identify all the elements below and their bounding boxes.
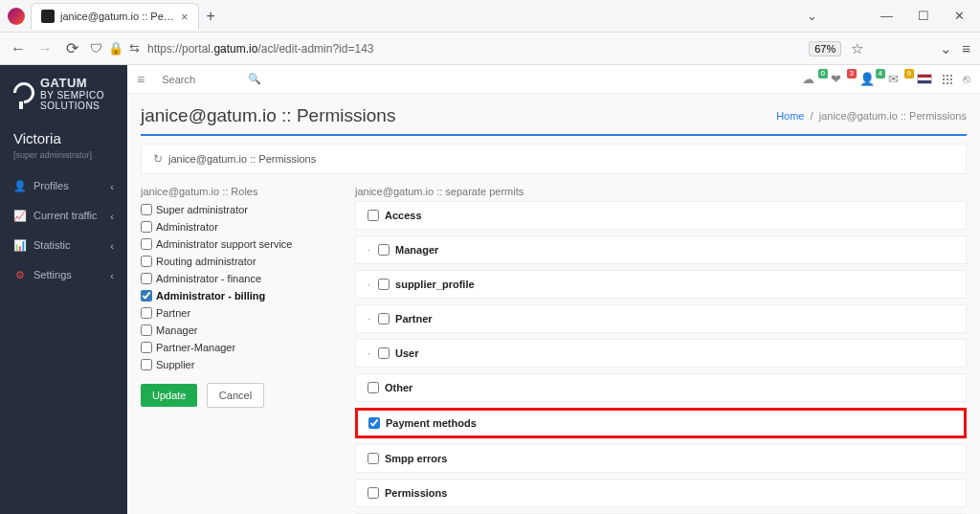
role-checkbox[interactable] [141,342,152,353]
role-checkbox[interactable] [141,256,152,267]
toolbar-badge[interactable]: ✉9 [888,72,907,87]
permit-row[interactable]: Permissions [355,479,967,507]
badge-count: 9 [904,69,914,78]
role-label: Manager [156,324,197,336]
permit-row[interactable]: Access [355,201,967,230]
sidebar-item-settings[interactable]: ⚙Settings‹ [0,260,127,290]
role-checkbox[interactable] [141,359,152,370]
role-label: Administrator [156,221,218,233]
lock-icon: 🔒 [108,41,123,56]
tab-title: janice@gatum.io :: Permissions [60,11,175,22]
zoom-level[interactable]: 67% [809,41,841,56]
permit-checkbox[interactable] [378,347,390,359]
back-button[interactable]: ← [10,40,27,57]
app-root: GATUM BY SEMPICO SOLUTIONS Victoria [sup… [0,65,980,514]
sidebar-item-profiles[interactable]: 👤Profiles‹ [0,171,127,201]
role-checkbox-row[interactable]: Administrator support service [141,235,342,253]
role-checkbox-row[interactable]: Administrator [141,218,342,235]
url-field[interactable]: 🛡 🔒 ⇆ https://portal.gatum.io/acl/edit-a… [90,41,799,56]
language-flag-icon[interactable] [917,74,932,84]
chevron-left-icon: ‹ [110,240,114,252]
chevron-left-icon: ‹ [110,270,114,281]
permit-row[interactable]: Smpp errors [355,444,967,473]
tab-close-icon[interactable]: × [181,10,189,24]
permit-checkbox[interactable] [368,417,380,429]
permissions-icon: ⇆ [129,41,140,56]
permit-checkbox[interactable] [368,487,379,499]
toolbar-badge[interactable]: ❤3 [831,72,850,87]
role-label: Partner-Manager [156,342,235,353]
permit-label: Smpp errors [385,453,447,464]
permit-row[interactable]: User [355,339,967,368]
role-label: Routing administrator [156,256,256,267]
role-checkbox-row[interactable]: Super administrator [141,201,342,218]
permit-label: Manager [395,244,438,256]
new-tab-button[interactable]: + [207,8,215,25]
sidebar-toggle-icon[interactable]: ≡ [137,72,145,87]
app-menu-icon[interactable]: ≡ [962,40,970,56]
permit-row[interactable]: supplier_profile [355,270,967,299]
tab-overflow-icon[interactable]: ⌄ [807,9,817,23]
reload-button[interactable]: ⟳ [63,40,80,57]
toolbar-badge[interactable]: 👤4 [859,72,879,87]
apps-grid-icon[interactable] [942,74,953,85]
role-checkbox-row[interactable]: Supplier [141,356,342,373]
pocket-icon[interactable]: ⌄ [940,40,952,57]
subheader: janice@gatum.io :: Permissions [141,144,967,174]
role-checkbox[interactable] [141,324,152,336]
cancel-button[interactable]: Cancel [207,383,264,408]
sidebar-item-label: Profiles [33,180,69,191]
tab-favicon [41,10,55,23]
role-checkbox-row[interactable]: Administrator - billing [141,287,342,304]
role-checkbox-row[interactable]: Partner-Manager [141,339,342,356]
role-checkbox-row[interactable]: Manager [141,322,342,339]
permit-checkbox[interactable] [368,382,379,393]
role-checkbox[interactable] [141,221,152,233]
logout-icon[interactable]: ⎋ [963,72,970,86]
window-minimize-icon[interactable]: — [880,9,893,23]
current-user-name: Victoria [0,121,127,150]
permit-checkbox[interactable] [368,210,379,221]
browser-tab[interactable]: janice@gatum.io :: Permissions × [31,3,199,30]
permit-label: Other [385,382,412,393]
window-close-icon[interactable]: ✕ [954,9,965,23]
permit-row[interactable]: Other [355,373,967,402]
shield-icon: 🛡 [90,41,102,56]
role-checkbox[interactable] [141,273,152,284]
url-text: https://portal.gatum.io/acl/edit-admin?i… [147,42,373,56]
permits-title: janice@gatum.io :: separate permits [355,182,967,201]
toolbar-badge[interactable]: ☁0 [802,72,821,87]
role-label: Administrator support service [156,238,292,250]
role-label: Administrator - billing [156,290,265,302]
role-checkbox[interactable] [141,290,152,302]
permit-row[interactable]: Payment methods [355,408,967,438]
sidebar-item-icon: 📊 [13,239,26,252]
permit-row[interactable]: Partner [355,304,967,333]
window-maximize-icon[interactable]: ☐ [918,9,929,23]
top-toolbar: ≡ 🔍 ☁0❤3👤4✉9 ⎋ [127,65,980,94]
role-checkbox-row[interactable]: Administrator - finance [141,270,342,287]
role-checkbox-row[interactable]: Routing administrator [141,253,342,270]
sidebar-item-label: Settings [33,269,72,280]
sidebar-item-label: Statistic [33,239,71,251]
role-checkbox-row[interactable]: Partner [141,304,342,322]
permit-checkbox[interactable] [378,313,390,324]
brand-text: GATUM BY SEMPICO SOLUTIONS [40,77,114,111]
update-button[interactable]: Update [141,384,197,407]
role-checkbox[interactable] [141,307,152,319]
bookmark-icon[interactable]: ☆ [851,40,863,57]
sidebar-item-statistic[interactable]: 📊Statistic‹ [0,231,127,260]
permit-checkbox[interactable] [368,453,379,464]
permit-checkbox[interactable] [378,244,390,256]
sidebar-item-current-traffic[interactable]: 📈Current traffic‹ [0,201,127,231]
header-underline [141,134,967,136]
role-label: Administrator - finance [156,273,261,284]
role-checkbox[interactable] [141,238,152,250]
permit-checkbox[interactable] [378,279,390,290]
role-checkbox[interactable] [141,204,152,215]
browser-titlebar: janice@gatum.io :: Permissions × + ⌄ — ☐… [0,0,980,33]
breadcrumb-home[interactable]: Home [776,110,804,122]
subheader-text: janice@gatum.io :: Permissions [168,153,316,165]
permit-row[interactable]: Manager [355,235,967,264]
search-icon[interactable]: 🔍 [248,73,261,85]
